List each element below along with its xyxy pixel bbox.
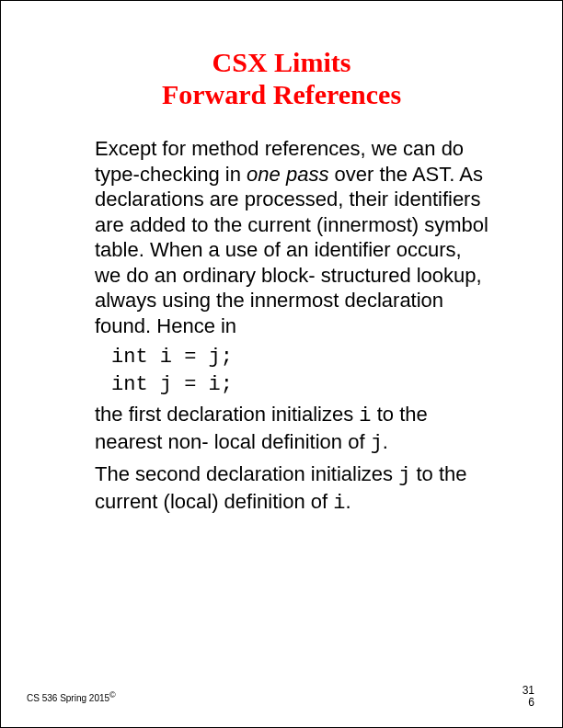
p3-code-j: j xyxy=(398,464,410,487)
footer-left: CS 536 Spring 2015© xyxy=(27,690,116,703)
page-number-2: 6 xyxy=(523,697,534,709)
code-block: int i = j; int j = i; xyxy=(111,344,488,398)
course-label: CS 536 Spring 2015 xyxy=(27,693,109,703)
p1-text-b: over the AST. As declarations are proces… xyxy=(95,163,488,337)
slide-title: CSX Limits Forward References xyxy=(56,47,507,110)
slide-page: CSX Limits Forward References Except for… xyxy=(0,0,563,728)
code-line-1: int i = j; xyxy=(111,344,488,371)
paragraph-2: the first declaration initializes i to t… xyxy=(95,402,488,456)
p2-code-j: j xyxy=(371,432,383,455)
title-line-2: Forward References xyxy=(162,79,401,109)
paragraph-1: Except for method references, we can do … xyxy=(95,136,488,338)
p3-code-i: i xyxy=(333,492,345,515)
paragraph-3: The second declaration initializes j to … xyxy=(95,461,488,516)
p2-text-c: . xyxy=(383,430,388,453)
p1-emphasis: one pass xyxy=(247,163,328,186)
p2-text-a: the first declaration initializes xyxy=(95,403,359,426)
slide-body: Except for method references, we can do … xyxy=(95,136,488,516)
p3-text-a: The second declaration initializes xyxy=(95,462,398,485)
footer-right: 31 6 xyxy=(523,685,534,709)
p3-text-c: . xyxy=(345,490,350,513)
code-line-2: int j = i; xyxy=(111,371,488,399)
page-number-1: 31 xyxy=(523,685,534,697)
copyright-icon: © xyxy=(109,690,116,700)
title-line-1: CSX Limits xyxy=(213,47,351,77)
p2-code-i: i xyxy=(359,404,371,427)
